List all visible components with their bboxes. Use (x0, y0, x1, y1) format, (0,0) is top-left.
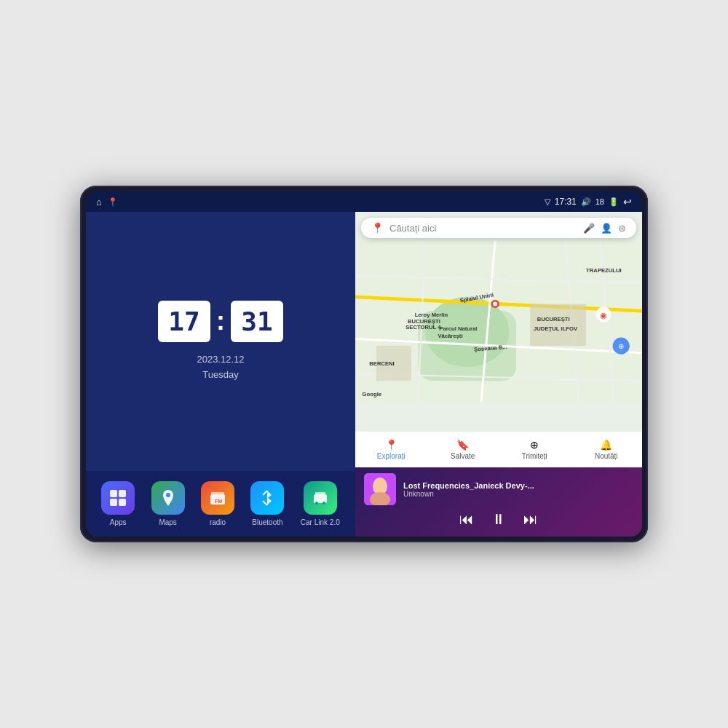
map-account-icon[interactable]: 👤 (601, 223, 612, 234)
map-bottom-bar: 📍 Explorați 🔖 Salvate ⊕ Trimiteți 🔔 Nout… (355, 431, 642, 467)
battery-icon: 🔋 (609, 197, 619, 207)
clock-widget: 17 : 31 2023.12.12 Tuesday (86, 212, 355, 471)
day-text: Tuesday (197, 368, 244, 383)
app-bar: Apps Maps (86, 471, 355, 537)
map-tab-trimiteti[interactable]: ⊕ Trimiteți (499, 436, 571, 463)
home-icon[interactable]: ⌂ (96, 197, 102, 207)
svg-rect-8 (314, 494, 327, 503)
play-pause-button[interactable]: ⏸ (491, 511, 506, 528)
apps-label: Apps (110, 518, 127, 526)
svg-text:Google: Google (363, 391, 381, 397)
svg-text:FM: FM (215, 499, 222, 504)
status-left: ⌂ 📍 (96, 197, 118, 207)
bluetooth-label: Bluetooth (252, 518, 282, 526)
left-panel: 17 : 31 2023.12.12 Tuesday (86, 212, 355, 537)
next-button[interactable]: ⏭ (523, 511, 538, 528)
map-background: Parcul Natural Văcărești BUCUREȘTI JUDEȚ… (355, 212, 642, 431)
svg-text:JUDEȚUL ILFOV: JUDEȚUL ILFOV (534, 325, 578, 332)
svg-point-10 (315, 502, 318, 505)
maps-nav-icon[interactable]: 📍 (108, 197, 118, 207)
svg-text:BERCENI: BERCENI (369, 360, 395, 367)
svg-rect-3 (119, 499, 126, 506)
map-search-text: Căutați aici (389, 223, 577, 234)
trimiteti-icon: ⊕ (530, 439, 539, 451)
map-tab-noutati[interactable]: 🔔 Noutăți (571, 436, 643, 463)
map-tab-explorare[interactable]: 📍 Explorați (355, 436, 427, 463)
apps-svg-icon (108, 488, 127, 507)
status-time: 17:31 (555, 197, 577, 207)
map-area[interactable]: Parcul Natural Văcărești BUCUREȘTI JUDEȚ… (355, 212, 642, 431)
salvate-icon: 🔖 (456, 439, 469, 451)
svg-point-46 (374, 479, 386, 491)
music-thumbnail (364, 473, 396, 505)
svg-rect-7 (211, 492, 224, 494)
svg-text:Parcul Natural: Parcul Natural (439, 325, 477, 332)
radio-svg-icon: FM (208, 488, 227, 507)
music-title: Lost Frequencies_Janieck Devy-... (403, 481, 549, 490)
explorare-label: Explorați (377, 452, 405, 460)
status-right: ▽ 17:31 🔊 18 🔋 ↩ (545, 196, 632, 207)
date-display: 2023.12.12 Tuesday (197, 352, 244, 383)
map-layers-icon[interactable]: ⊛ (618, 223, 626, 234)
map-voice-icon[interactable]: 🎤 (583, 223, 595, 234)
radio-label: radio (210, 518, 226, 526)
carlink-svg-icon (311, 488, 330, 507)
battery-level: 18 (596, 197, 604, 206)
album-art-svg (364, 473, 396, 505)
maps-svg-icon (159, 488, 178, 507)
clock-display: 17 : 31 (158, 301, 283, 342)
svg-text:Leroy Merlin: Leroy Merlin (415, 312, 448, 318)
svg-text:SECTORUL 4: SECTORUL 4 (405, 324, 441, 331)
date-text: 2023.12.12 (197, 352, 244, 368)
map-tab-salvate[interactable]: 🔖 Salvate (427, 436, 499, 463)
volume-icon: 🔊 (581, 197, 591, 207)
svg-point-4 (166, 493, 170, 497)
bluetooth-icon-btn[interactable]: Bluetooth (245, 478, 290, 529)
svg-rect-1 (119, 490, 126, 497)
svg-text:◉: ◉ (600, 311, 607, 320)
main-content: 17 : 31 2023.12.12 Tuesday (86, 212, 642, 537)
svg-rect-0 (110, 490, 117, 497)
svg-rect-9 (315, 492, 325, 495)
map-pin-icon: 📍 (371, 222, 384, 234)
radio-icon-btn[interactable]: FM radio (195, 478, 240, 529)
svg-text:BUCUREȘTI: BUCUREȘTI (537, 317, 570, 323)
bluetooth-svg-icon (258, 488, 277, 507)
noutati-icon: 🔔 (600, 439, 612, 451)
music-meta: Lost Frequencies_Janieck Devy-... Unknow… (403, 481, 633, 498)
music-artist: Unknown (403, 490, 633, 498)
music-player: Lost Frequencies_Janieck Devy-... Unknow… (355, 467, 642, 537)
music-info: Lost Frequencies_Janieck Devy-... Unknow… (364, 473, 633, 505)
salvate-label: Salvate (451, 452, 475, 460)
maps-icon-btn[interactable]: Maps (146, 478, 191, 529)
apps-icon-btn[interactable]: Apps (95, 478, 141, 529)
status-bar: ⌂ 📍 ▽ 17:31 🔊 18 🔋 ↩ (86, 191, 642, 212)
apps-icon-img (101, 481, 135, 515)
device-screen: ⌂ 📍 ▽ 17:31 🔊 18 🔋 ↩ 17 : (86, 191, 642, 537)
back-icon[interactable]: ↩ (623, 196, 632, 207)
carlink-label: Car Link 2.0 (301, 518, 340, 526)
map-search-bar[interactable]: 📍 Căutați aici 🎤 👤 ⊛ (361, 218, 636, 238)
noutati-label: Noutăți (595, 452, 618, 460)
explorare-icon: 📍 (385, 439, 397, 451)
map-search-icons: 🎤 👤 ⊛ (583, 223, 626, 234)
svg-point-11 (323, 502, 325, 505)
prev-button[interactable]: ⏮ (459, 511, 474, 528)
clock-colon: : (216, 306, 225, 336)
clock-hours: 17 (158, 301, 210, 342)
device-frame: ⌂ 📍 ▽ 17:31 🔊 18 🔋 ↩ 17 : (80, 186, 648, 542)
carlink-icon-img (304, 481, 337, 515)
radio-icon-img: FM (201, 481, 234, 515)
carlink-icon-btn[interactable]: Car Link 2.0 (295, 478, 346, 529)
svg-text:TRAPEZULUI: TRAPEZULUI (586, 267, 622, 274)
svg-rect-2 (110, 499, 117, 506)
svg-text:⊕: ⊕ (618, 342, 624, 350)
music-controls: ⏮ ⏸ ⏭ (364, 511, 633, 528)
bluetooth-icon-img (250, 481, 284, 515)
svg-point-38 (493, 302, 497, 306)
maps-label: Maps (159, 518, 176, 526)
signal-icon: ▽ (545, 197, 550, 207)
clock-minutes: 31 (231, 301, 283, 342)
right-panel: Parcul Natural Văcărești BUCUREȘTI JUDEȚ… (355, 212, 642, 537)
svg-text:Văcărești: Văcărești (438, 333, 462, 339)
